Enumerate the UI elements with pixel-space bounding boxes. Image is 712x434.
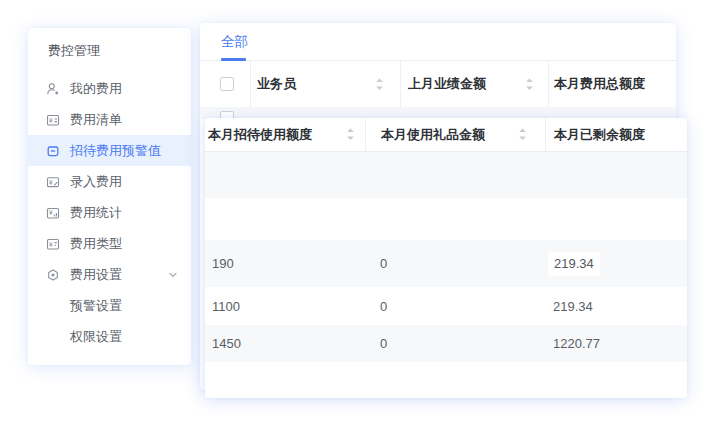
sort-icon[interactable] (375, 77, 384, 92)
column-header-entertainment-used: 本月招待使用额度 (205, 118, 365, 151)
cell-remaining-quota: 219.34 (545, 287, 687, 325)
sort-icon[interactable] (346, 127, 355, 142)
table-row: 1100 0 219.34 (205, 287, 687, 325)
editable-amount-box[interactable]: 219.34 (548, 252, 600, 276)
detail-panel: 本月招待使用额度 本月使用礼品金额 本月已剩余额 (205, 118, 687, 398)
sidebar-item-label: 录入费用 (70, 173, 122, 191)
sidebar-item-expense-list[interactable]: ¥ 费用清单 (28, 104, 191, 135)
table-row: 190 0 219.34 (205, 240, 687, 287)
sidebar-item-warning-settings[interactable]: 预警设置 (28, 290, 191, 321)
sidebar-item-my-expenses[interactable]: 我的费用 (28, 73, 191, 104)
sidebar-item-label: 预警设置 (70, 297, 122, 315)
cell-gift-used: 0 (365, 287, 545, 325)
sort-icon[interactable] (518, 127, 527, 142)
expense-stats-icon: ¥ (46, 206, 60, 220)
cell-entertainment-used: 1100 (205, 287, 365, 325)
cell-remaining-quota: 219.34 (545, 240, 687, 287)
svg-text:¥: ¥ (49, 178, 53, 185)
detail-header-row: 本月招待使用额度 本月使用礼品金额 本月已剩余额 (205, 118, 687, 152)
expense-settings-icon (46, 268, 60, 282)
entertainment-warning-icon (46, 144, 60, 158)
expense-type-icon: ¥ (46, 237, 60, 251)
table-footer-spacer (205, 362, 687, 398)
user-icon (46, 82, 60, 96)
cell-entertainment-used: 190 (205, 240, 365, 287)
sidebar-item-label: 费用清单 (70, 111, 122, 129)
chevron-down-icon[interactable] (168, 270, 178, 280)
table-row (205, 198, 687, 240)
sidebar-nav: 我的费用 ¥ 费用清单 (28, 73, 191, 352)
sidebar-item-expense-settings[interactable]: 费用设置 (28, 259, 191, 290)
cell-gift-used: 0 (365, 325, 545, 362)
svg-text:¥: ¥ (49, 116, 53, 123)
expense-list-icon: ¥ (46, 113, 60, 127)
table-row: 1450 0 1220.77 (205, 325, 687, 362)
sort-icon[interactable] (525, 77, 534, 92)
sidebar-item-expense-stats[interactable]: ¥ 费用统计 (28, 197, 191, 228)
sidebar-item-expense-entry[interactable]: ¥ 录入费用 (28, 166, 191, 197)
sidebar-item-label: 权限设置 (70, 328, 122, 346)
select-all-checkbox[interactable] (220, 77, 234, 91)
column-header-month-total-quota: 本月费用总额度 (548, 61, 676, 107)
sidebar-item-label: 费用设置 (70, 266, 122, 284)
sidebar-item-entertainment-warning[interactable]: 招待费用预警值 (28, 135, 191, 166)
cell-gift-used: 0 (365, 240, 545, 287)
sidebar-item-label: 费用类型 (70, 235, 122, 253)
sidebar: 费控管理 我的费用 ¥ (28, 28, 191, 365)
tab-all[interactable]: 全部 (221, 23, 248, 61)
cell-entertainment-used: 1450 (205, 325, 365, 362)
column-header-gift-used: 本月使用礼品金额 (365, 118, 545, 151)
cell-remaining-quota: 1220.77 (545, 325, 687, 362)
sidebar-title: 费控管理 (28, 36, 191, 66)
column-header-remaining-quota: 本月已剩余额度 (545, 118, 687, 151)
column-header-last-month-performance: 上月业绩金额 (400, 61, 548, 107)
select-all-cell (200, 61, 250, 107)
table-header-row: 业务员 上月业绩金额 本月费用总额度 (200, 61, 676, 107)
expense-entry-icon: ¥ (46, 175, 60, 189)
page: 费控管理 我的费用 ¥ (0, 0, 712, 434)
sidebar-item-label: 我的费用 (70, 80, 122, 98)
active-tab-underline (221, 58, 246, 61)
tab-bar: 全部 (200, 23, 676, 61)
svg-text:¥: ¥ (49, 208, 53, 215)
svg-text:¥: ¥ (49, 240, 53, 247)
column-header-salesperson: 业务员 (250, 61, 400, 107)
sidebar-item-label: 费用统计 (70, 204, 122, 222)
sidebar-item-label: 招待费用预警值 (70, 142, 161, 160)
sidebar-item-expense-type[interactable]: ¥ 费用类型 (28, 228, 191, 259)
sidebar-item-permission-settings[interactable]: 权限设置 (28, 321, 191, 352)
table-row (205, 152, 687, 198)
